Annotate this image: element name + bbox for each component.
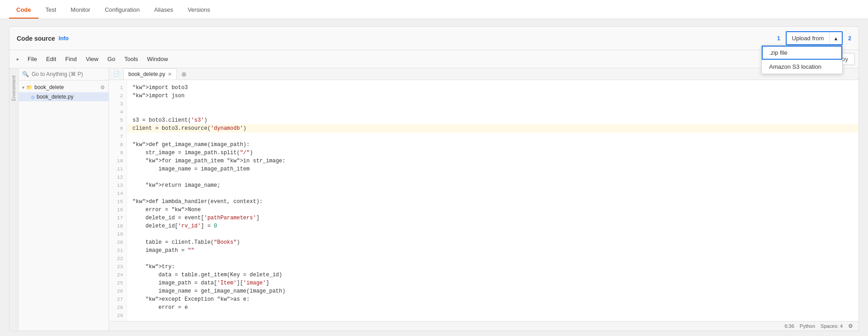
code-line	[127, 133, 859, 141]
cursor-position: 6:36	[784, 323, 794, 329]
code-line: str_image = image_path.split("/")	[127, 149, 859, 157]
tab-monitor[interactable]: Monitor	[63, 2, 97, 19]
code-source-panel: Code source Info 1 Upload from ▲ .zip fi…	[9, 26, 859, 331]
line-number: 16	[109, 206, 127, 214]
file-name: book_delete.py	[37, 94, 73, 100]
line-number: 27	[109, 295, 127, 303]
tab-configuration[interactable]: Configuration	[98, 2, 147, 19]
folder-arrow: ▾	[22, 85, 24, 90]
code-line: image_path = ""	[127, 246, 859, 255]
menu-find[interactable]: Find	[61, 54, 80, 64]
code-line: table = client.Table("Books")	[127, 238, 859, 246]
code-line: "kw">import boto3	[127, 84, 859, 92]
code-line: delete_id['rv_id'] = 0	[127, 222, 859, 230]
gear-icon[interactable]: ⚙	[100, 85, 105, 90]
sidebar-toggle[interactable]: ▸	[13, 55, 22, 64]
tab-aliases[interactable]: Aliases	[147, 2, 180, 19]
spaces-indicator: Spaces: 4	[821, 323, 843, 329]
code-line: s3 = boto3.client('s3')	[127, 116, 859, 124]
code-line	[127, 173, 859, 181]
line-number: 30	[109, 320, 127, 321]
menu-view[interactable]: View	[82, 54, 102, 64]
step2-label: 2	[848, 35, 851, 42]
code-line: delete_id = event['pathParameters']	[127, 214, 859, 222]
header-right: 1 Upload from ▲ .zip file Amazon S3 loca…	[777, 31, 851, 45]
code-line: "kw">for image_path_item "kw">in str_ima…	[127, 157, 859, 165]
main-container: Code source Info 1 Upload from ▲ .zip fi…	[0, 19, 868, 336]
line-number: 14	[109, 189, 127, 198]
line-number: 26	[109, 287, 127, 295]
code-line: "kw">try:	[127, 263, 859, 271]
dropdown-s3[interactable]: Amazon S3 location	[762, 60, 842, 74]
line-number: 1	[109, 84, 127, 92]
line-number: 28	[109, 303, 127, 312]
code-line: "kw">return image_name;	[127, 181, 859, 189]
file-tree: 🔍 ▾ 📁 book_delete ⚙ ◇ book_delete.py	[19, 68, 109, 331]
upload-from-button[interactable]: Upload from ▲	[786, 31, 843, 45]
menu-tools[interactable]: Tools	[121, 54, 142, 64]
info-badge[interactable]: Info	[59, 35, 69, 42]
folder-icon: 📁	[26, 85, 33, 90]
language-indicator: Python	[800, 323, 815, 329]
code-line	[127, 100, 859, 108]
code-line: "kw">try:	[127, 320, 859, 321]
line-number: 12	[109, 173, 127, 181]
tab-versions[interactable]: Versions	[180, 2, 217, 19]
menu-edit[interactable]: Edit	[42, 54, 60, 64]
code-line: error = "kw">None	[127, 206, 859, 214]
line-number: 9	[109, 149, 127, 157]
folder-book-delete[interactable]: ▾ 📁 book_delete ⚙	[19, 82, 108, 92]
line-number: 15	[109, 198, 127, 206]
line-number: 21	[109, 246, 127, 255]
tab-label: book_delete.py	[128, 71, 165, 77]
search-bar: 🔍	[19, 68, 108, 80]
line-number: 10	[109, 157, 127, 165]
step1-label: 1	[777, 35, 780, 42]
code-source-label: Code source	[17, 35, 55, 42]
code-content[interactable]: 1234567891011121314151617181920212223242…	[109, 80, 859, 321]
app-container: Code Test Monitor Configuration Aliases …	[0, 0, 868, 336]
dropdown-zip[interactable]: .zip file	[762, 46, 842, 60]
search-input[interactable]	[32, 71, 105, 77]
code-lines[interactable]: "kw">import boto3"kw">import json s3 = b…	[127, 80, 859, 321]
tab-add-icon[interactable]: ⊕	[178, 69, 190, 80]
settings-gear-icon[interactable]: ⚙	[848, 323, 853, 329]
tab-bar: 📄 book_delete.py ✕ ⊕	[109, 68, 859, 80]
file-book-delete-py[interactable]: ◇ book_delete.py	[19, 92, 108, 101]
code-source-title: Code source Info	[17, 35, 69, 42]
code-line: image_path = data['Item']['image']	[127, 279, 859, 287]
code-line: "kw">import json	[127, 92, 859, 100]
code-line: "kw">except Exception "kw">as e:	[127, 295, 859, 303]
line-number: 22	[109, 255, 127, 263]
search-icon: 🔍	[22, 71, 29, 77]
line-number: 13	[109, 181, 127, 189]
file-tree-content: ▾ 📁 book_delete ⚙ ◇ book_delete.py	[19, 80, 108, 331]
tab-close-icon[interactable]: ✕	[168, 71, 172, 77]
code-line: image_name = get_image_name(image_path)	[127, 287, 859, 295]
code-source-header: Code source Info 1 Upload from ▲ .zip fi…	[9, 27, 859, 50]
code-line	[127, 230, 859, 238]
line-number: 25	[109, 279, 127, 287]
code-line: client = boto3.resource('dynamodb')	[127, 124, 859, 133]
tab-code[interactable]: Code	[9, 2, 38, 19]
code-line	[127, 312, 859, 320]
line-number: 23	[109, 263, 127, 271]
upload-from-label: Upload from	[787, 32, 830, 44]
code-line	[127, 255, 859, 263]
code-line: image_name = image_path_item	[127, 165, 859, 173]
folder-name: book_delete	[34, 84, 99, 90]
code-line: error = e	[127, 303, 859, 312]
menu-window[interactable]: Window	[143, 54, 171, 64]
env-sidebar: Environment	[9, 68, 19, 331]
line-number: 24	[109, 271, 127, 279]
menu-go[interactable]: Go	[104, 54, 119, 64]
line-number: 2	[109, 92, 127, 100]
editor-toolbar: ▸ File Edit Find View Go Tools Window Te…	[9, 50, 859, 68]
editor-layout: Environment 🔍 ▾ 📁 book_delete ⚙	[9, 68, 859, 331]
tab-test[interactable]: Test	[38, 2, 64, 19]
upload-dropdown-menu: .zip file Amazon S3 location	[761, 45, 843, 74]
editor-tab-book-delete[interactable]: book_delete.py ✕	[123, 68, 177, 80]
menu-file[interactable]: File	[24, 54, 41, 64]
code-line	[127, 189, 859, 198]
line-number: 29	[109, 312, 127, 320]
